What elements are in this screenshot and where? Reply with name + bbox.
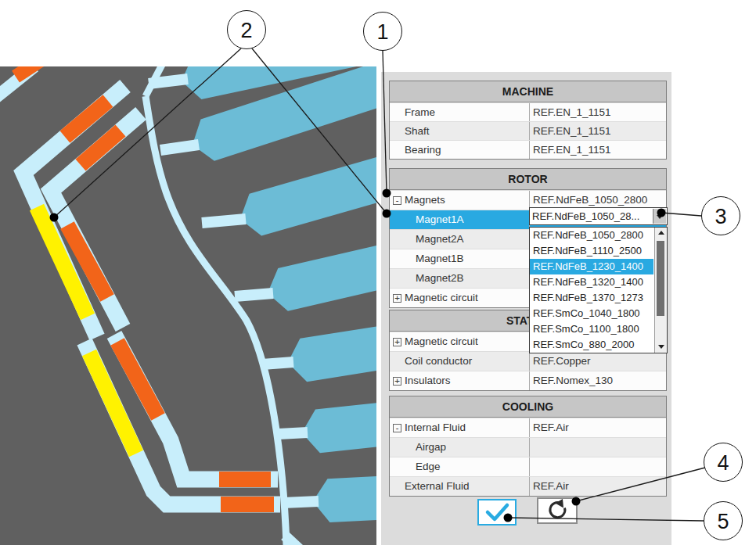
material-dropdown-list: REF.NdFeB_1050_2800 REF.NdFeB_1110_2500 …: [529, 227, 668, 353]
row-external-fluid[interactable]: External Fluid REF.Air: [390, 476, 666, 496]
collapse-icon[interactable]: -: [393, 424, 401, 432]
scrollbar-thumb[interactable]: [657, 241, 664, 316]
callout-3: 3: [701, 196, 740, 235]
collapse-icon[interactable]: -: [393, 196, 401, 205]
callout-2: 2: [227, 10, 266, 49]
cooling-table: COOLING - Internal Fluid REF.Air Airgap …: [389, 396, 667, 497]
dropdown-option[interactable]: REF.SmCo_880_2000: [530, 337, 653, 353]
dropdown-option[interactable]: REF.NdFeB_1110_2500: [530, 243, 653, 259]
dropdown-option[interactable]: REF.SmCo_1040_1800: [530, 306, 653, 321]
callout-4: 4: [704, 443, 743, 482]
dropdown-option[interactable]: REF.NdFeB_1050_2800: [530, 228, 653, 243]
material-combobox[interactable]: REF.NdFeB_1050_28...: [529, 207, 668, 225]
app-window: MACHINE Frame REF.EN_1_1151 Shaft REF.EN…: [0, 0, 756, 556]
cooling-section-title: COOLING: [390, 396, 666, 418]
row-shaft[interactable]: Shaft REF.EN_1_1151: [390, 121, 666, 140]
scroll-down-arrow-icon[interactable]: [655, 342, 667, 353]
expand-icon[interactable]: +: [393, 338, 401, 346]
checkmark-icon: [479, 500, 515, 524]
row-insulators[interactable]: + Insulators REF.Nomex_130: [390, 371, 666, 390]
dropdown-scrollbar[interactable]: [654, 228, 667, 353]
row-coil-conductor[interactable]: Coil conductor REF.Copper: [390, 351, 666, 371]
rotor-section-title: ROTOR: [390, 169, 666, 190]
dropdown-option[interactable]: REF.NdFeB_1320_1400: [530, 274, 653, 290]
callout-1: 1: [363, 12, 402, 51]
reset-button[interactable]: [537, 497, 578, 524]
row-internal-fluid[interactable]: - Internal Fluid REF.Air: [390, 418, 666, 437]
row-airgap[interactable]: Airgap: [390, 437, 666, 457]
dropdown-option[interactable]: REF.NdFeB_1370_1273: [530, 290, 653, 306]
row-frame[interactable]: Frame REF.EN_1_1151: [390, 102, 666, 121]
expand-icon[interactable]: +: [393, 294, 401, 303]
dropdown-option-selected[interactable]: REF.NdFeB_1230_1400: [530, 259, 653, 274]
confirm-button[interactable]: [477, 499, 517, 526]
row-edge[interactable]: Edge: [390, 457, 666, 476]
motor-cross-section-view[interactable]: [0, 66, 376, 545]
scroll-up-arrow-icon[interactable]: [655, 228, 667, 239]
chevron-down-icon: [657, 215, 663, 219]
row-bearing[interactable]: Bearing REF.EN_1_1151: [390, 140, 666, 159]
dropdown-option[interactable]: REF.SmCo_1100_1800: [530, 321, 653, 337]
machine-section-title: MACHINE: [390, 81, 666, 102]
rotate-ccw-icon: [538, 499, 576, 522]
combobox-dropdown-button[interactable]: [653, 209, 666, 224]
machine-table: MACHINE Frame REF.EN_1_1151 Shaft REF.EN…: [389, 81, 667, 160]
callout-5: 5: [704, 501, 743, 540]
expand-icon[interactable]: +: [393, 377, 401, 386]
